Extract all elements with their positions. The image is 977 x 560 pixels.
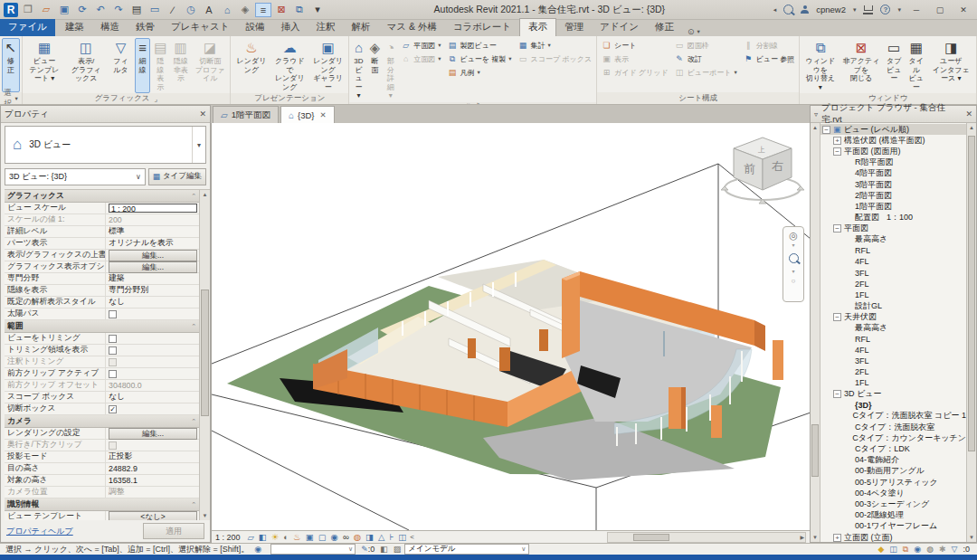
type-selector[interactable]: ⌂ 3D ビュー ▾ <box>5 126 206 164</box>
editing-requests-icon[interactable]: ✎ <box>361 545 368 554</box>
detail-level-icon[interactable]: ▱ <box>248 532 254 543</box>
ribbon-button-フィルタ[interactable]: ▽フィルタ <box>108 38 134 93</box>
tree-item-Cタイプ：洗面脱衣室 コピー 1[interactable]: Cタイプ：洗面脱衣室 コピー 1 <box>820 411 966 422</box>
type-selector-caret-icon[interactable]: ▾ <box>192 127 205 163</box>
line-icon[interactable]: ∕ <box>165 3 181 17</box>
pin-status-icon[interactable]: ◉ <box>914 545 921 554</box>
ribbon-tab-設備[interactable]: 設備 <box>237 19 272 36</box>
tree-item-平面図[interactable]: −平面図 <box>820 223 966 234</box>
tree-item-Cタイプ：カウンターキッチン[interactable]: Cタイプ：カウンターキッチン <box>820 432 966 443</box>
temporary-hide-isolate-icon[interactable]: ∞ <box>343 532 349 543</box>
tree-item-1階平面図[interactable]: 1階平面図 <box>820 201 966 212</box>
tree-item-3FL[interactable]: 3FL <box>820 267 966 278</box>
customize-qat-icon[interactable]: ▾ <box>309 3 326 17</box>
tree-item-最高高さ[interactable]: 最高高さ <box>820 234 966 245</box>
tree-item-構造伏図 (構造平面図)[interactable]: +構造伏図 (構造平面図) <box>820 135 966 146</box>
ribbon-tab-解析[interactable]: 解析 <box>343 19 378 36</box>
ribbon-button-ユーザ-インタフェース[interactable]: ◨ユーザ インタフェース ▾ <box>928 38 974 93</box>
tree-item-2FL[interactable]: 2FL <box>820 279 966 289</box>
shadows-icon[interactable]: ◐ <box>283 532 289 543</box>
orbit-icon[interactable]: ○ <box>792 276 796 287</box>
reveal-hidden-elements-icon[interactable]: ◍ <box>354 532 361 543</box>
scroll-up-icon[interactable]: ▲ <box>200 190 210 199</box>
ribbon-button-改訂[interactable]: ✎改訂 <box>672 52 740 65</box>
sun-path-icon[interactable]: ☀ <box>271 532 280 543</box>
selection-filter-icon[interactable]: ▽ <box>952 545 958 554</box>
steering-wheel-icon[interactable]: ◎ <box>789 230 798 241</box>
render-dialog-icon[interactable]: ♨ <box>293 532 301 543</box>
ribbon-button-細線[interactable]: ≡細線 <box>135 38 150 93</box>
tree-item-{3D}[interactable]: {3D} <box>820 400 966 411</box>
property-checkbox[interactable] <box>109 310 117 318</box>
reveal-constraints-icon[interactable]: ⊦ <box>389 532 394 543</box>
active-workset-combo[interactable]: ∨ <box>270 544 356 555</box>
help-icon[interactable]: ? <box>880 5 890 14</box>
tree-item-R階平面図[interactable]: R階平面図 <box>820 157 966 168</box>
background-processes-icon[interactable]: ✱ <box>939 545 946 554</box>
zoom-tool-icon[interactable] <box>789 253 799 263</box>
property-checkbox[interactable] <box>109 335 117 343</box>
undo-icon[interactable]: ↶ <box>92 3 109 17</box>
ribbon-options-caret-icon[interactable]: ▾ <box>697 28 700 35</box>
property-input[interactable]: 1 : 200 <box>109 204 197 213</box>
worksharing-request-icon[interactable]: ◆ <box>877 545 884 554</box>
measure-icon[interactable]: ▭ <box>147 3 163 17</box>
collapse-icon[interactable]: − <box>822 126 830 134</box>
zoom-caret-icon[interactable]: ▾ <box>792 269 794 274</box>
view-scale-control[interactable]: 1 : 200 <box>215 533 244 542</box>
tree-item-04-電飾紹介[interactable]: 04-電飾紹介 <box>820 455 966 466</box>
ribbon-tab-修正[interactable]: 修正 <box>647 19 682 36</box>
tree-item-RFL[interactable]: RFL <box>820 334 966 345</box>
worksets-icon[interactable]: ◉ <box>254 545 261 554</box>
ribbon-button-ウィンドウを-切り替え[interactable]: ⧉ウィンドウを 切り替え ▾ <box>802 38 839 93</box>
temporary-view-properties-icon[interactable]: ◨ <box>365 532 374 543</box>
tree-item-Cタイプ：LDK[interactable]: Cタイプ：LDK <box>820 443 966 454</box>
horizontal-scrollbar[interactable]: ▶ <box>607 532 806 543</box>
active-design-option-combo[interactable]: メインモデル ∨ <box>404 544 529 555</box>
collapse-icon[interactable]: − <box>833 313 841 321</box>
collapse-icon[interactable]: − <box>833 147 841 156</box>
redo-icon[interactable]: ↷ <box>110 3 127 17</box>
ribbon-tab-表示[interactable]: 表示 <box>519 18 556 36</box>
tree-item-Cタイプ：洗面脱衣室[interactable]: Cタイプ：洗面脱衣室 <box>820 422 966 432</box>
search-icon[interactable] <box>783 5 793 14</box>
text-icon[interactable]: A <box>201 3 217 17</box>
tree-item-最高高さ[interactable]: 最高高さ <box>820 322 966 333</box>
help-menu-caret-icon[interactable]: ▾ <box>897 6 901 14</box>
view-tab-{3D}[interactable]: ⌂{3D}✕ <box>280 106 335 123</box>
ribbon-button-集計[interactable]: ▦集計▾ <box>516 39 595 52</box>
ribbon-tab-コラボレート[interactable]: コラボレート <box>445 19 519 36</box>
tree-item-3D ビュー[interactable]: −3D ビュー <box>820 389 966 400</box>
link-status-icon[interactable]: ⧉ <box>903 545 908 555</box>
ribbon-button-ビュー-テンプレート[interactable]: ▦ビュー テンプレート ▾ <box>24 38 64 93</box>
property-section-カメラ[interactable]: カメラ⌃ <box>5 415 210 428</box>
ribbon-button-修正[interactable]: ↖修正 <box>2 38 20 92</box>
window-icon[interactable]: ❐ <box>20 3 36 17</box>
project-browser-close-icon[interactable]: ✕ <box>965 109 972 119</box>
properties-help-link[interactable]: プロパティヘルプ <box>6 526 73 537</box>
tree-item-00-2隠線処理[interactable]: 00-2隠線処理 <box>820 510 966 521</box>
properties-scrollbar[interactable]: ▲ ▼ <box>199 190 210 520</box>
tree-item-00-5リアリスティック[interactable]: 00-5リアリスティック <box>820 477 966 488</box>
worksharing-display-icon[interactable]: ◫ <box>889 545 897 554</box>
property-checkbox[interactable] <box>109 370 117 378</box>
worksharing-display-icon[interactable]: ◫ <box>398 532 406 543</box>
show-analytical-model-icon[interactable]: △ <box>378 532 384 543</box>
revit-logo-icon[interactable]: R <box>4 3 18 17</box>
property-section-識別情報[interactable]: 識別情報⌃ <box>5 498 210 511</box>
collapse-search-icon[interactable]: ◂ <box>773 6 777 14</box>
ribbon-tab-プレキャスト[interactable]: プレキャスト <box>163 19 237 36</box>
tree-item-立面図 (立面)[interactable]: +立面図 (立面) <box>820 532 966 542</box>
design-options-edit-icon[interactable]: ▨ <box>394 545 402 554</box>
ribbon-button-レンダリング-ギャラリー[interactable]: ▣レンダリング ギャラリー <box>309 38 346 93</box>
user-menu-caret-icon[interactable]: ▾ <box>853 6 857 14</box>
scroll-down-icon[interactable]: ▼ <box>200 511 210 520</box>
ribbon-button-シート[interactable]: ❏シート <box>599 39 671 52</box>
tree-item-4FL[interactable]: 4FL <box>820 256 966 267</box>
ribbon-button-タイル-ビュー[interactable]: ▦タイル ビュー <box>906 38 927 93</box>
tree-item-ビュー (レベル順)[interactable]: −▣ビュー (レベル順) <box>820 124 966 135</box>
tree-item-3FL[interactable]: 3FL <box>820 356 966 366</box>
thin-lines-icon[interactable]: ≡ <box>255 3 271 17</box>
sync-icon[interactable]: ⟳ <box>74 3 90 17</box>
ribbon-button-凡例[interactable]: ▤凡例▾ <box>444 66 514 79</box>
